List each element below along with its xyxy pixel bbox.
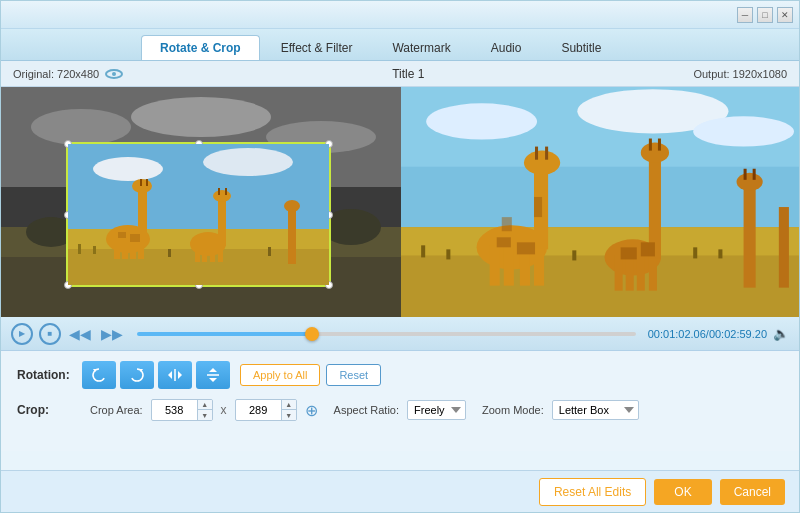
pause-button[interactable]: ■ bbox=[39, 323, 61, 345]
info-bar: Original: 720x480 Title 1 Output: 1920x1… bbox=[1, 61, 799, 87]
svg-rect-96 bbox=[421, 245, 425, 257]
crop-height-input-group: ▲ ▼ bbox=[235, 399, 297, 421]
svg-rect-42 bbox=[146, 179, 148, 186]
svg-rect-90 bbox=[641, 242, 655, 256]
svg-rect-82 bbox=[626, 255, 634, 290]
svg-rect-53 bbox=[225, 188, 227, 195]
seek-slider[interactable] bbox=[137, 332, 636, 336]
svg-point-64 bbox=[693, 116, 794, 146]
crosshair-icon[interactable]: ⊕ bbox=[305, 401, 318, 420]
flip-v-icon bbox=[205, 367, 221, 383]
eye-icon[interactable] bbox=[105, 69, 123, 79]
seek-thumb[interactable] bbox=[305, 327, 319, 341]
prev-frame-button[interactable]: ◀◀ bbox=[67, 326, 93, 342]
svg-rect-41 bbox=[140, 179, 142, 186]
crop-width-input-group: ▲ ▼ bbox=[151, 399, 213, 421]
preview-left[interactable] bbox=[1, 87, 401, 317]
rotation-row: Rotation: bbox=[17, 361, 783, 389]
crop-height-down[interactable]: ▼ bbox=[282, 410, 296, 420]
crop-area-label: Crop Area: bbox=[90, 404, 143, 416]
svg-rect-57 bbox=[93, 246, 96, 254]
crop-width-up[interactable]: ▲ bbox=[198, 400, 212, 410]
crop-width-input[interactable] bbox=[152, 401, 197, 419]
bottom-bar: Reset All Edits OK Cancel bbox=[1, 470, 799, 512]
tab-audio[interactable]: Audio bbox=[472, 35, 541, 60]
svg-rect-84 bbox=[649, 255, 657, 290]
tab-rotate-crop[interactable]: Rotate & Crop bbox=[141, 35, 260, 60]
svg-rect-54 bbox=[288, 209, 296, 264]
zoom-mode-select[interactable]: Letter Box Pan & Scan Full bbox=[552, 400, 639, 420]
minimize-button[interactable]: ─ bbox=[737, 7, 753, 23]
crop-height-spinner: ▲ ▼ bbox=[281, 400, 296, 420]
svg-marker-107 bbox=[209, 368, 217, 372]
svg-rect-89 bbox=[621, 247, 637, 259]
aspect-ratio-select[interactable]: Freely 16:9 4:3 1:1 bbox=[407, 400, 466, 420]
maximize-button[interactable]: □ bbox=[757, 7, 773, 23]
svg-point-55 bbox=[284, 200, 300, 212]
svg-rect-81 bbox=[615, 255, 623, 290]
svg-marker-108 bbox=[209, 378, 217, 382]
right-scene-svg bbox=[401, 87, 799, 317]
svg-point-30 bbox=[93, 157, 163, 181]
reset-all-edits-button[interactable]: Reset All Edits bbox=[539, 478, 646, 506]
crop-row: Crop: Crop Area: ▲ ▼ x ▲ ▼ ⊕ Aspect Rati… bbox=[17, 399, 783, 421]
svg-point-86 bbox=[641, 143, 669, 163]
tab-watermark[interactable]: Watermark bbox=[373, 35, 469, 60]
svg-point-3 bbox=[131, 97, 271, 137]
svg-marker-105 bbox=[178, 371, 182, 379]
tab-subtitle[interactable]: Subtitle bbox=[542, 35, 620, 60]
svg-point-2 bbox=[31, 109, 131, 145]
aspect-ratio-label: Aspect Ratio: bbox=[334, 404, 399, 416]
cancel-button[interactable]: Cancel bbox=[720, 479, 785, 505]
svg-rect-100 bbox=[718, 249, 722, 258]
svg-point-92 bbox=[737, 173, 763, 191]
play-button[interactable]: ▶ bbox=[11, 323, 33, 345]
svg-rect-78 bbox=[502, 217, 512, 231]
svg-rect-44 bbox=[130, 234, 140, 242]
flip-horizontal-button[interactable] bbox=[158, 361, 192, 389]
crop-rectangle[interactable] bbox=[66, 142, 331, 287]
next-frame-button[interactable]: ▶▶ bbox=[99, 326, 125, 342]
svg-rect-36 bbox=[122, 237, 128, 259]
crop-height-up[interactable]: ▲ bbox=[282, 400, 296, 410]
x-separator: x bbox=[221, 403, 227, 417]
flip-h-icon bbox=[167, 367, 183, 383]
svg-rect-66 bbox=[401, 227, 799, 255]
svg-rect-98 bbox=[572, 250, 576, 260]
volume-icon[interactable]: 🔈 bbox=[773, 326, 789, 341]
preview-right[interactable] bbox=[401, 87, 799, 317]
rotate-right-button[interactable] bbox=[120, 361, 154, 389]
svg-rect-79 bbox=[534, 197, 542, 217]
svg-point-31 bbox=[203, 148, 293, 176]
svg-rect-43 bbox=[118, 232, 126, 238]
svg-rect-69 bbox=[504, 245, 514, 285]
crop-width-down[interactable]: ▼ bbox=[198, 410, 212, 420]
svg-rect-46 bbox=[195, 242, 200, 262]
rotate-left-button[interactable] bbox=[82, 361, 116, 389]
rotate-left-icon bbox=[91, 367, 107, 383]
close-button[interactable]: ✕ bbox=[777, 7, 793, 23]
playback-bar: ▶ ■ ◀◀ ▶▶ 00:01:02.06/00:02:59.20 🔈 bbox=[1, 317, 799, 351]
reset-button[interactable]: Reset bbox=[326, 364, 381, 386]
svg-rect-91 bbox=[744, 187, 756, 288]
svg-rect-50 bbox=[218, 199, 226, 246]
flip-vertical-button[interactable] bbox=[196, 361, 230, 389]
svg-rect-76 bbox=[497, 237, 511, 247]
ok-button[interactable]: OK bbox=[654, 479, 711, 505]
crop-height-input[interactable] bbox=[236, 401, 281, 419]
time-display: 00:01:02.06/00:02:59.20 bbox=[648, 328, 767, 340]
svg-rect-35 bbox=[114, 237, 120, 259]
svg-point-62 bbox=[426, 103, 537, 139]
svg-rect-47 bbox=[202, 242, 207, 262]
apply-to-all-button[interactable]: Apply to All bbox=[240, 364, 320, 386]
tab-effect-filter[interactable]: Effect & Filter bbox=[262, 35, 372, 60]
svg-rect-48 bbox=[210, 242, 215, 262]
svg-rect-56 bbox=[78, 244, 81, 254]
svg-rect-75 bbox=[545, 147, 548, 160]
svg-rect-58 bbox=[168, 249, 171, 257]
preview-area bbox=[1, 87, 799, 317]
crop-width-spinner: ▲ ▼ bbox=[197, 400, 212, 420]
svg-rect-99 bbox=[693, 247, 697, 258]
svg-marker-104 bbox=[168, 371, 172, 379]
title-center: Title 1 bbox=[123, 67, 693, 81]
